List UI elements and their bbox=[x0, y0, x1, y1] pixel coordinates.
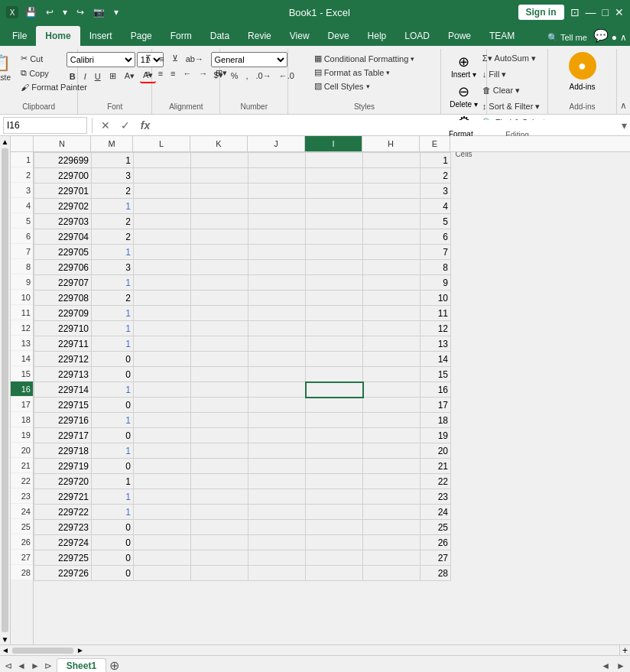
number-format-select[interactable]: General bbox=[211, 52, 287, 67]
cell-E9[interactable]: 9 bbox=[421, 275, 451, 291]
sign-in-button[interactable]: Sign in bbox=[518, 5, 564, 20]
row-number-22[interactable]: 22 bbox=[11, 473, 33, 489]
cell-K3[interactable] bbox=[191, 183, 248, 199]
minimize-icon[interactable]: — bbox=[586, 6, 596, 18]
cell-L7[interactable] bbox=[134, 245, 191, 260]
screenshot-quick-btn[interactable]: 📷 bbox=[91, 5, 107, 19]
redo-quick-btn[interactable]: ↪ bbox=[74, 5, 86, 19]
cell-L3[interactable] bbox=[134, 183, 191, 199]
cell-L22[interactable] bbox=[134, 474, 191, 489]
row-number-6[interactable]: 6 bbox=[11, 229, 33, 244]
cell-H28[interactable] bbox=[363, 566, 421, 581]
cell-J3[interactable] bbox=[248, 183, 306, 199]
cell-L12[interactable] bbox=[134, 321, 191, 336]
fill-button[interactable]: ↓ Fill ▾ bbox=[479, 68, 556, 81]
cell-I23[interactable] bbox=[306, 489, 363, 505]
cell-J16[interactable] bbox=[248, 382, 306, 398]
cell-J19[interactable] bbox=[248, 428, 306, 443]
sheet-last-arrow[interactable]: ⊳ bbox=[43, 659, 54, 673]
tab-view[interactable]: View bbox=[281, 26, 319, 46]
cell-L15[interactable] bbox=[134, 367, 191, 382]
function-wizard-button[interactable]: fx bbox=[137, 117, 154, 134]
cell-L28[interactable] bbox=[134, 566, 191, 581]
cell-J13[interactable] bbox=[248, 336, 306, 352]
cell-N12[interactable]: 229710 bbox=[34, 321, 92, 336]
cell-N26[interactable]: 229724 bbox=[34, 535, 92, 550]
cell-E27[interactable]: 27 bbox=[421, 550, 451, 566]
tab-page[interactable]: Page bbox=[122, 26, 161, 46]
cell-N17[interactable]: 229715 bbox=[34, 398, 92, 413]
cell-K4[interactable] bbox=[191, 199, 248, 214]
cell-M21[interactable]: 0 bbox=[92, 459, 134, 474]
cell-L14[interactable] bbox=[134, 352, 191, 367]
cell-H6[interactable] bbox=[363, 229, 421, 245]
cell-I21[interactable] bbox=[306, 459, 363, 474]
conditional-formatting-button[interactable]: ▦ Conditional Formatting ▾ bbox=[311, 52, 418, 65]
row-number-2[interactable]: 2 bbox=[11, 167, 33, 183]
cell-N6[interactable]: 229704 bbox=[34, 229, 92, 245]
cell-H8[interactable] bbox=[363, 260, 421, 275]
cell-J7[interactable] bbox=[248, 245, 306, 260]
bold-button[interactable]: B bbox=[67, 70, 79, 83]
cell-J24[interactable] bbox=[248, 505, 306, 520]
search-tell-me[interactable]: 🔍 Tell me bbox=[547, 33, 587, 43]
percent-button[interactable]: % bbox=[228, 69, 242, 82]
share-dot[interactable]: ● bbox=[612, 32, 617, 43]
customize-quick-btn[interactable]: ▾ bbox=[112, 5, 121, 19]
cell-E7[interactable]: 7 bbox=[421, 245, 451, 260]
confirm-formula-button[interactable]: ✓ bbox=[117, 117, 134, 134]
cell-N20[interactable]: 229718 bbox=[34, 443, 92, 459]
formula-input[interactable] bbox=[157, 120, 619, 131]
cell-H11[interactable] bbox=[363, 306, 421, 321]
ribbon-collapse-icon[interactable]: ∧ bbox=[620, 100, 627, 111]
cell-L20[interactable] bbox=[134, 443, 191, 459]
border-button[interactable]: ⊞ bbox=[106, 70, 119, 83]
scroll-right-btn[interactable]: ► bbox=[75, 645, 86, 656]
cell-E1[interactable]: 1 bbox=[421, 153, 451, 168]
cell-M24[interactable]: 1 bbox=[92, 505, 134, 520]
cell-I16[interactable] bbox=[306, 382, 363, 398]
cell-H25[interactable] bbox=[363, 520, 421, 535]
scroll-left-btn[interactable]: ◄ bbox=[0, 645, 11, 656]
cell-L2[interactable] bbox=[134, 168, 191, 183]
indent-decrease-button[interactable]: ← bbox=[180, 67, 195, 80]
cell-M18[interactable]: 1 bbox=[92, 413, 134, 428]
cell-M5[interactable]: 2 bbox=[92, 214, 134, 229]
cell-L1[interactable] bbox=[134, 153, 191, 168]
row-number-15[interactable]: 15 bbox=[11, 366, 33, 381]
cell-E24[interactable]: 24 bbox=[421, 505, 451, 520]
col-header-I[interactable]: I bbox=[305, 136, 362, 151]
row-number-3[interactable]: 3 bbox=[11, 183, 33, 198]
cell-E4[interactable]: 4 bbox=[421, 199, 451, 214]
cell-K12[interactable] bbox=[191, 321, 248, 336]
tab-power[interactable]: Powe bbox=[439, 26, 480, 46]
cell-E21[interactable]: 21 bbox=[421, 459, 451, 474]
scroll-thumb-h[interactable] bbox=[12, 648, 73, 654]
align-middle-button[interactable]: ≡ bbox=[156, 52, 167, 65]
cell-H5[interactable] bbox=[363, 214, 421, 229]
ribbon-collapse-btn[interactable]: ∧ bbox=[620, 32, 627, 43]
cell-L25[interactable] bbox=[134, 520, 191, 535]
sheet-scroll-left-btn[interactable]: ◄ bbox=[599, 659, 612, 673]
cell-H1[interactable] bbox=[363, 153, 421, 168]
tab-insert[interactable]: Insert bbox=[80, 26, 122, 46]
cell-L8[interactable] bbox=[134, 260, 191, 275]
cell-J27[interactable] bbox=[248, 550, 306, 566]
cell-N13[interactable]: 229711 bbox=[34, 336, 92, 352]
cell-J12[interactable] bbox=[248, 321, 306, 336]
sheet-scroll-right-btn[interactable]: ► bbox=[615, 659, 627, 673]
restore-window-icon[interactable]: ⊡ bbox=[570, 6, 580, 18]
cell-E13[interactable]: 13 bbox=[421, 336, 451, 352]
cell-H4[interactable] bbox=[363, 199, 421, 214]
cell-I20[interactable] bbox=[306, 443, 363, 459]
cell-I10[interactable] bbox=[306, 291, 363, 306]
row-number-27[interactable]: 27 bbox=[11, 550, 33, 565]
insert-cells-btn[interactable]: ⊕ Insert ▾ bbox=[450, 52, 478, 80]
cell-K1[interactable] bbox=[191, 153, 248, 168]
cell-M3[interactable]: 2 bbox=[92, 183, 134, 199]
cell-M10[interactable]: 2 bbox=[92, 291, 134, 306]
col-header-L[interactable]: L bbox=[133, 136, 190, 151]
cell-K19[interactable] bbox=[191, 428, 248, 443]
cell-M27[interactable]: 0 bbox=[92, 550, 134, 566]
scroll-down-btn[interactable]: ▼ bbox=[0, 634, 10, 644]
